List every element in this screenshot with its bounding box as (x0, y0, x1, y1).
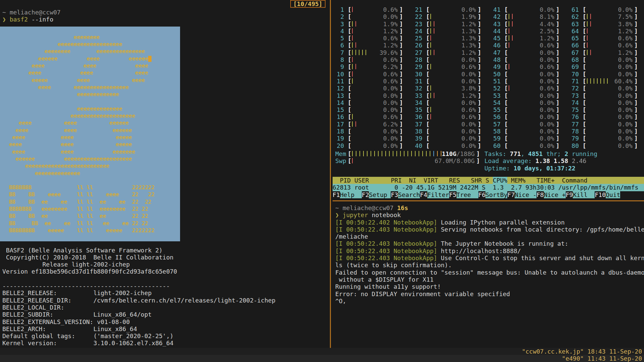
cpu-meter-72: 72[0.0%] (570, 85, 644, 92)
cpu-meter-43: 43[4.4%] (492, 21, 570, 28)
tmux-status-bar-inner: [0] 0:split-pane showcase* 1:other windo… (0, 348, 644, 355)
cpu-meter-34: 34[0.0%] (414, 99, 492, 106)
jupyter-output: ~ meliache@ccw07 16s❯ jupyter notebook[I… (335, 204, 644, 305)
logo-art-line: eeeee eeee eeee (6, 77, 180, 84)
logo-art-line (6, 177, 180, 184)
cpu-meter-21: 21[0.0%] (414, 6, 492, 13)
fkey-f2-setup[interactable]: F2Setup (362, 191, 391, 198)
fkey-f4-filter[interactable]: F4Filter (420, 191, 449, 198)
cpu-meter-74: 74[0.0%] (570, 99, 644, 106)
cpu-meter-13: 13[0.0%] (335, 92, 414, 99)
cpu-meter-57: 57[0.0%] (492, 121, 570, 128)
cpu-meter-73: 73[0.0%] (570, 92, 644, 99)
terminal-output-line: without a $DISPLAY for X11 (335, 276, 644, 283)
basf2-info-line: Copyright(C) 2010-2018 Belle II Collabor… (2, 254, 275, 261)
basf2-info-line: BELLE2_EXTERNALS_VERSION: v01-08-00 (2, 318, 275, 325)
cpu-meter-6: 6[1.2%] (335, 42, 414, 49)
basf2-info-line: BELLE2_RELEASE: light-2002-ichep (2, 289, 275, 296)
pane-htop: 1[0.6%]2[0.0%]3[1.9%]4[1.2%]5[0.6%]6[1.2… (333, 0, 644, 200)
basf2-info-block: BASF2 (Belle Analysis Software Framework… (2, 247, 275, 347)
terminal-output-line: ls (twice to skip confirmation). (335, 262, 644, 269)
cpu-meter-28: 28[0.0%] (414, 56, 492, 63)
fkey-f3-search[interactable]: F3Search (391, 191, 420, 198)
terminal-output-line: ^O, (335, 297, 644, 305)
cpu-meter-62: 62[7.5%] (570, 13, 644, 20)
terminal-output-line: Running without a11y support! (335, 283, 644, 290)
cpu-meter-69: 69[0.0%] (570, 63, 644, 70)
cpu-meter-33: 33[1.2%] (414, 92, 492, 99)
swap-meter: Swp[67.0M/8.00G] (335, 157, 480, 164)
fkey-f6-sortby[interactable]: F6SortBy (478, 191, 508, 198)
cpu-meter-grid: 1[0.6%]2[0.0%]3[1.9%]4[1.2%]5[0.6%]6[1.2… (335, 6, 644, 149)
logo-art-line: BBBBBBBB eeeee ll ll eeeee 2222222 (6, 227, 180, 234)
copy-mode-cursor (148, 56, 152, 62)
cpu-meter-44: 44[2.5%] (492, 28, 570, 35)
cpu-meter-63: 63[3.8%] (570, 21, 644, 28)
fkey-f1-help[interactable]: F1Help (333, 191, 362, 198)
fkey-f8-nice[interactable]: F8Nice + (536, 191, 566, 198)
pane-divider-vertical[interactable] (330, 0, 331, 348)
cpu-meter-17: 17[6.2%] (335, 121, 414, 128)
cpu-meter-24: 24[1.3%] (414, 28, 492, 35)
cpu-meter-2: 2[0.0%] (335, 13, 414, 20)
tasks-summary: Tasks: 771, 4851 thr; 2 running (484, 150, 597, 157)
cpu-meter-58: 58[0.0%] (492, 128, 570, 135)
cpu-meter-39: 39[0.0%] (414, 135, 492, 142)
cpu-meter-48: 48[0.0%] (492, 56, 570, 63)
terminal-output-line: Error: no DISPLAY environment variable s… (335, 290, 644, 297)
logo-art-line: BBBBBBB ll ll 2222222 (6, 184, 180, 191)
fkey-f9-kill[interactable]: F9Kill (566, 191, 595, 198)
cpu-meter-41: 41[0.0%] (492, 6, 570, 13)
cpu-meter-12: 12[0.0%] (335, 85, 414, 92)
cpu-meter-68: 68[0.0%] (570, 56, 644, 63)
cpu-meter-77: 77[0.0%] (570, 121, 644, 128)
cpu-meter-3: 3[1.9%] (335, 21, 414, 28)
cpu-meter-25: 25[1.3%] (414, 35, 492, 42)
cpu-meter-26: 26[1.3%] (414, 42, 492, 49)
basf2-info-line: Default global tags: ('master_2020-02-25… (2, 332, 275, 339)
cpu-meter-55: 55[0.0%] (492, 106, 570, 113)
cpu-meter-8: 8[0.6%] (335, 56, 414, 63)
htop-function-keys: F1Help F2Setup F3SearchF4FilterF5Tree F6… (333, 191, 644, 198)
cpu-meter-42: 42[8.1%] (492, 13, 570, 20)
terminal-output-line: [I 00:50:22.403 NotebookApp] The Jupyter… (335, 240, 644, 247)
copy-mode-position-badge: [10/495] (290, 0, 326, 8)
terminal-output-line: [I 00:50:22.403 NotebookApp] http://loca… (335, 247, 644, 254)
cpu-meter-36: 36[0.6%] (414, 113, 492, 120)
cpu-meter-79: 79[0.0%] (570, 135, 644, 142)
cpu-meter-29: 29[0.6%] (414, 63, 492, 70)
terminal-output-line: [I 00:50:22.403 NotebookApp] Serving not… (335, 226, 644, 233)
cpu-meter-7: 7[39.6%] (335, 49, 414, 56)
logo-art-line: eeee eeee eeee (6, 69, 180, 76)
logo-art-line: eeee eeeeeeeeeeeeeeeee (6, 84, 180, 91)
load-average: Load average: 1.38 1.58 2.46 (484, 157, 586, 164)
cpu-meter-50: 50[0.0%] (492, 71, 570, 78)
cpu-meter-14: 14[0.0%] (335, 99, 414, 106)
terminal-output-line: [I 00:50:22.403 NotebookApp] Use Control… (335, 254, 644, 262)
cpu-meter-60: 60[0.0%] (492, 142, 570, 149)
fkey-f10-quit[interactable]: F10Quit (595, 191, 620, 198)
logo-art-line: BB BB ee ee ll ll ee ee 22 22 (6, 198, 180, 205)
basf2-info-line: BELLE2_RELEASE_DIR: /cvmfs/belle.cern.ch… (2, 297, 275, 304)
terminal-output-line: /meliache (335, 233, 644, 240)
cpu-meter-27: 27[1.2%] (414, 49, 492, 56)
belle2-logo-art: eeeeeeee eeeeeeeeeeeeeeeeeeee eeeeeeee e… (0, 27, 180, 241)
process-row-selected[interactable]: 62813 root 0 -20 45.1G 5219M 2422M S 1.3… (333, 184, 644, 191)
fkey-f5-tree[interactable]: F5Tree (449, 191, 478, 198)
cpu-meter-53: 53[0.0%] (492, 92, 570, 99)
cpu-meter-35: 35[0.6%] (414, 106, 492, 113)
pane-jupyter: ~ meliache@ccw07 16s❯ jupyter notebook[I… (333, 201, 644, 348)
terminal-output-line: Failed to open connection to "session" m… (335, 269, 644, 276)
tmux-terminal: ~ meliache@ccw07❯ basf2 --info eeeeeeee … (0, 0, 644, 362)
cpu-meter-38: 38[0.0%] (414, 128, 492, 135)
basf2-info-line (2, 275, 275, 282)
fkey-f7-nice[interactable]: F7Nice - (507, 191, 536, 198)
cpu-meter-76: 76[0.0%] (570, 113, 644, 120)
cpu-meter-37: 37[0.0%] (414, 121, 492, 128)
status-host-clock: "e490" 11:43 11-Sep-20 (562, 355, 642, 362)
tmux-status-bar-outer: [0] 0:KEKCC* 1:local window- "e490" 11:4… (0, 355, 644, 362)
logo-art-line: eeee eeee eeeee (6, 141, 180, 148)
basf2-info-line: BELLE2_ARCH: Linux_x86_64 (2, 325, 275, 332)
sort-column-cpu[interactable]: CPU% (493, 177, 507, 184)
cpu-meter-31: 31[0.0%] (414, 78, 492, 85)
